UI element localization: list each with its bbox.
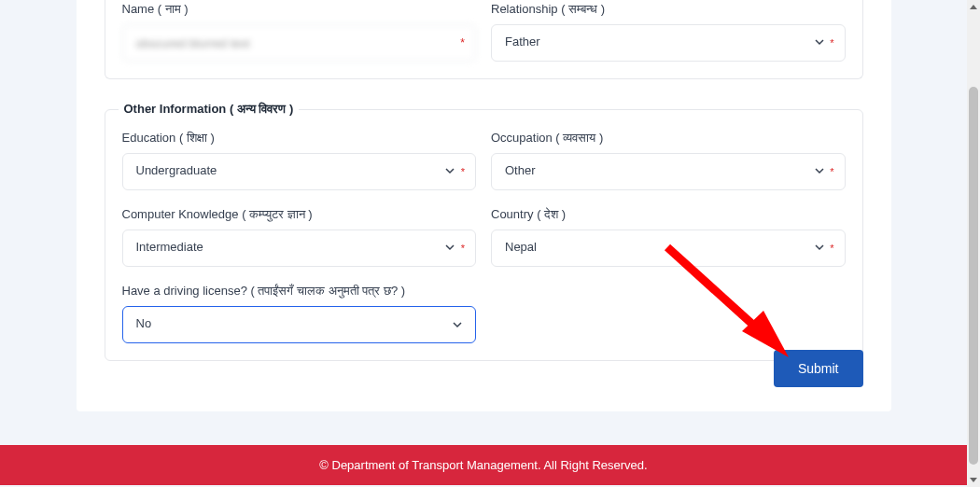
page-wrapper: Name ( नाम ) * Relationship ( सम्बन्ध ) … [0, 0, 967, 487]
occupation-select[interactable]: Other [491, 153, 846, 190]
footer-text: © Department of Transport Management. Al… [319, 458, 647, 472]
country-select[interactable]: Nepal [491, 230, 846, 267]
education-label: Education ( शिक्षा ) [122, 131, 477, 146]
submit-button[interactable]: Submit [774, 350, 863, 387]
license-label: Have a driving license? ( तपाईंसगँ चालक … [122, 284, 477, 299]
name-label: Name ( नाम ) [122, 2, 477, 17]
other-info-legend: Other Information ( अन्य विवरण ) [119, 102, 300, 117]
computer-label: Computer Knowledge ( कम्प्युटर ज्ञान ) [122, 207, 477, 222]
required-star: * [830, 243, 833, 254]
required-star: * [461, 166, 465, 177]
relationship-select[interactable]: Father [491, 24, 846, 62]
chevron-down-icon [814, 240, 825, 257]
name-relationship-fieldset: Name ( नाम ) * Relationship ( सम्बन्ध ) … [105, 0, 863, 79]
scroll-down-arrow-icon[interactable] [970, 478, 977, 485]
scroll-up-arrow-icon[interactable] [970, 2, 977, 9]
education-field-group: Education ( शिक्षा ) Undergraduate * [122, 131, 477, 190]
license-select[interactable]: No [122, 306, 477, 343]
computer-field-group: Computer Knowledge ( कम्प्युटर ज्ञान ) I… [122, 207, 477, 267]
relationship-field-group: Relationship ( सम्बन्ध ) Father * [491, 2, 846, 62]
relationship-label: Relationship ( सम्बन्ध ) [491, 2, 846, 17]
name-input[interactable] [122, 24, 477, 62]
required-star: * [461, 243, 465, 254]
name-field-group: Name ( नाम ) * [122, 2, 477, 62]
license-field-group: Have a driving license? ( तपाईंसगँ चालक … [122, 284, 477, 343]
scrollbar-thumb[interactable] [969, 87, 978, 465]
page-scrollbar[interactable] [967, 0, 980, 487]
form-card: Name ( नाम ) * Relationship ( सम्बन्ध ) … [77, 0, 891, 411]
occupation-field-group: Occupation ( व्यवसाय ) Other * [491, 131, 846, 190]
country-label: Country ( देश ) [491, 207, 846, 222]
chevron-down-icon [444, 240, 455, 257]
occupation-label: Occupation ( व्यवसाय ) [491, 131, 846, 146]
chevron-down-icon [814, 35, 825, 51]
chevron-down-icon [814, 163, 825, 180]
education-select[interactable]: Undergraduate [122, 153, 477, 190]
chevron-down-icon [444, 163, 455, 180]
required-star: * [830, 37, 833, 49]
required-star: * [830, 166, 833, 177]
footer: © Department of Transport Management. Al… [0, 445, 967, 485]
other-info-fieldset: Other Information ( अन्य विवरण ) Educati… [105, 109, 863, 361]
computer-select[interactable]: Intermediate [122, 230, 477, 267]
country-field-group: Country ( देश ) Nepal * [491, 207, 846, 267]
